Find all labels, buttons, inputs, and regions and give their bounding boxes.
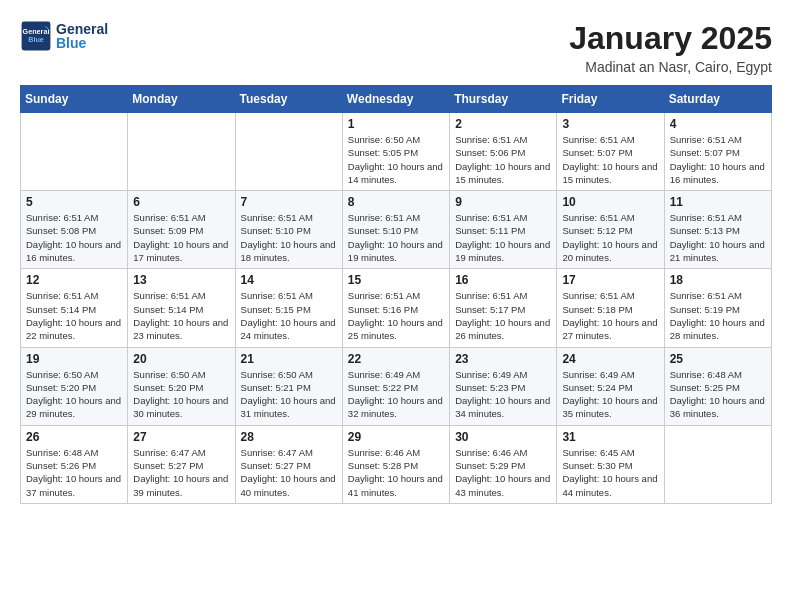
calendar-cell: 19Sunrise: 6:50 AMSunset: 5:20 PMDayligh… [21,347,128,425]
day-number: 20 [133,352,229,366]
weekday-header-row: SundayMondayTuesdayWednesdayThursdayFrid… [21,86,772,113]
day-info: Sunrise: 6:51 AMSunset: 5:13 PMDaylight:… [670,211,766,264]
day-number: 23 [455,352,551,366]
day-number: 13 [133,273,229,287]
calendar-cell: 10Sunrise: 6:51 AMSunset: 5:12 PMDayligh… [557,191,664,269]
day-info: Sunrise: 6:50 AMSunset: 5:20 PMDaylight:… [26,368,122,421]
calendar-cell: 25Sunrise: 6:48 AMSunset: 5:25 PMDayligh… [664,347,771,425]
calendar-cell: 7Sunrise: 6:51 AMSunset: 5:10 PMDaylight… [235,191,342,269]
logo: General Blue General Blue [20,20,108,52]
page-header: General Blue General Blue January 2025 M… [20,20,772,75]
weekday-header-saturday: Saturday [664,86,771,113]
weekday-header-friday: Friday [557,86,664,113]
day-number: 4 [670,117,766,131]
day-info: Sunrise: 6:49 AMSunset: 5:22 PMDaylight:… [348,368,444,421]
weekday-header-tuesday: Tuesday [235,86,342,113]
calendar-cell: 17Sunrise: 6:51 AMSunset: 5:18 PMDayligh… [557,269,664,347]
day-number: 25 [670,352,766,366]
calendar-cell: 3Sunrise: 6:51 AMSunset: 5:07 PMDaylight… [557,113,664,191]
day-info: Sunrise: 6:51 AMSunset: 5:12 PMDaylight:… [562,211,658,264]
day-info: Sunrise: 6:46 AMSunset: 5:28 PMDaylight:… [348,446,444,499]
calendar-cell: 9Sunrise: 6:51 AMSunset: 5:11 PMDaylight… [450,191,557,269]
day-info: Sunrise: 6:51 AMSunset: 5:10 PMDaylight:… [241,211,337,264]
calendar-cell: 13Sunrise: 6:51 AMSunset: 5:14 PMDayligh… [128,269,235,347]
logo-blue: Blue [56,35,108,51]
day-info: Sunrise: 6:49 AMSunset: 5:24 PMDaylight:… [562,368,658,421]
day-number: 11 [670,195,766,209]
day-info: Sunrise: 6:51 AMSunset: 5:10 PMDaylight:… [348,211,444,264]
day-number: 28 [241,430,337,444]
day-info: Sunrise: 6:50 AMSunset: 5:20 PMDaylight:… [133,368,229,421]
calendar-subtitle: Madinat an Nasr, Cairo, Egypt [569,59,772,75]
calendar-cell [128,113,235,191]
day-info: Sunrise: 6:48 AMSunset: 5:26 PMDaylight:… [26,446,122,499]
day-number: 17 [562,273,658,287]
calendar-cell [235,113,342,191]
day-number: 31 [562,430,658,444]
calendar-week-row: 12Sunrise: 6:51 AMSunset: 5:14 PMDayligh… [21,269,772,347]
day-info: Sunrise: 6:47 AMSunset: 5:27 PMDaylight:… [133,446,229,499]
day-info: Sunrise: 6:46 AMSunset: 5:29 PMDaylight:… [455,446,551,499]
svg-text:Blue: Blue [28,35,44,44]
calendar-cell: 27Sunrise: 6:47 AMSunset: 5:27 PMDayligh… [128,425,235,503]
day-info: Sunrise: 6:45 AMSunset: 5:30 PMDaylight:… [562,446,658,499]
day-info: Sunrise: 6:51 AMSunset: 5:17 PMDaylight:… [455,289,551,342]
calendar-cell: 31Sunrise: 6:45 AMSunset: 5:30 PMDayligh… [557,425,664,503]
calendar-cell: 11Sunrise: 6:51 AMSunset: 5:13 PMDayligh… [664,191,771,269]
day-number: 29 [348,430,444,444]
day-number: 22 [348,352,444,366]
calendar-cell: 30Sunrise: 6:46 AMSunset: 5:29 PMDayligh… [450,425,557,503]
day-number: 8 [348,195,444,209]
day-number: 27 [133,430,229,444]
day-number: 2 [455,117,551,131]
calendar-cell: 22Sunrise: 6:49 AMSunset: 5:22 PMDayligh… [342,347,449,425]
svg-text:General: General [23,27,50,36]
day-info: Sunrise: 6:51 AMSunset: 5:08 PMDaylight:… [26,211,122,264]
day-number: 10 [562,195,658,209]
day-info: Sunrise: 6:50 AMSunset: 5:05 PMDaylight:… [348,133,444,186]
day-info: Sunrise: 6:51 AMSunset: 5:09 PMDaylight:… [133,211,229,264]
calendar-week-row: 19Sunrise: 6:50 AMSunset: 5:20 PMDayligh… [21,347,772,425]
day-info: Sunrise: 6:51 AMSunset: 5:06 PMDaylight:… [455,133,551,186]
day-info: Sunrise: 6:51 AMSunset: 5:07 PMDaylight:… [562,133,658,186]
day-info: Sunrise: 6:51 AMSunset: 5:18 PMDaylight:… [562,289,658,342]
day-info: Sunrise: 6:48 AMSunset: 5:25 PMDaylight:… [670,368,766,421]
calendar-cell: 4Sunrise: 6:51 AMSunset: 5:07 PMDaylight… [664,113,771,191]
calendar-cell: 29Sunrise: 6:46 AMSunset: 5:28 PMDayligh… [342,425,449,503]
calendar-cell: 15Sunrise: 6:51 AMSunset: 5:16 PMDayligh… [342,269,449,347]
day-number: 15 [348,273,444,287]
day-number: 30 [455,430,551,444]
calendar-cell [664,425,771,503]
calendar-cell: 8Sunrise: 6:51 AMSunset: 5:10 PMDaylight… [342,191,449,269]
day-number: 14 [241,273,337,287]
day-info: Sunrise: 6:51 AMSunset: 5:07 PMDaylight:… [670,133,766,186]
day-info: Sunrise: 6:51 AMSunset: 5:16 PMDaylight:… [348,289,444,342]
logo-icon: General Blue [20,20,52,52]
day-number: 3 [562,117,658,131]
calendar-cell: 12Sunrise: 6:51 AMSunset: 5:14 PMDayligh… [21,269,128,347]
day-number: 19 [26,352,122,366]
calendar-week-row: 1Sunrise: 6:50 AMSunset: 5:05 PMDaylight… [21,113,772,191]
weekday-header-thursday: Thursday [450,86,557,113]
calendar-cell: 21Sunrise: 6:50 AMSunset: 5:21 PMDayligh… [235,347,342,425]
calendar-title: January 2025 [569,20,772,57]
weekday-header-monday: Monday [128,86,235,113]
calendar-table: SundayMondayTuesdayWednesdayThursdayFrid… [20,85,772,504]
day-number: 1 [348,117,444,131]
day-info: Sunrise: 6:49 AMSunset: 5:23 PMDaylight:… [455,368,551,421]
day-number: 12 [26,273,122,287]
weekday-header-sunday: Sunday [21,86,128,113]
calendar-cell: 24Sunrise: 6:49 AMSunset: 5:24 PMDayligh… [557,347,664,425]
day-number: 18 [670,273,766,287]
day-info: Sunrise: 6:51 AMSunset: 5:14 PMDaylight:… [133,289,229,342]
day-number: 21 [241,352,337,366]
day-info: Sunrise: 6:51 AMSunset: 5:14 PMDaylight:… [26,289,122,342]
weekday-header-wednesday: Wednesday [342,86,449,113]
day-info: Sunrise: 6:51 AMSunset: 5:15 PMDaylight:… [241,289,337,342]
calendar-cell [21,113,128,191]
day-number: 16 [455,273,551,287]
day-number: 24 [562,352,658,366]
calendar-cell: 28Sunrise: 6:47 AMSunset: 5:27 PMDayligh… [235,425,342,503]
calendar-cell: 1Sunrise: 6:50 AMSunset: 5:05 PMDaylight… [342,113,449,191]
calendar-cell: 20Sunrise: 6:50 AMSunset: 5:20 PMDayligh… [128,347,235,425]
